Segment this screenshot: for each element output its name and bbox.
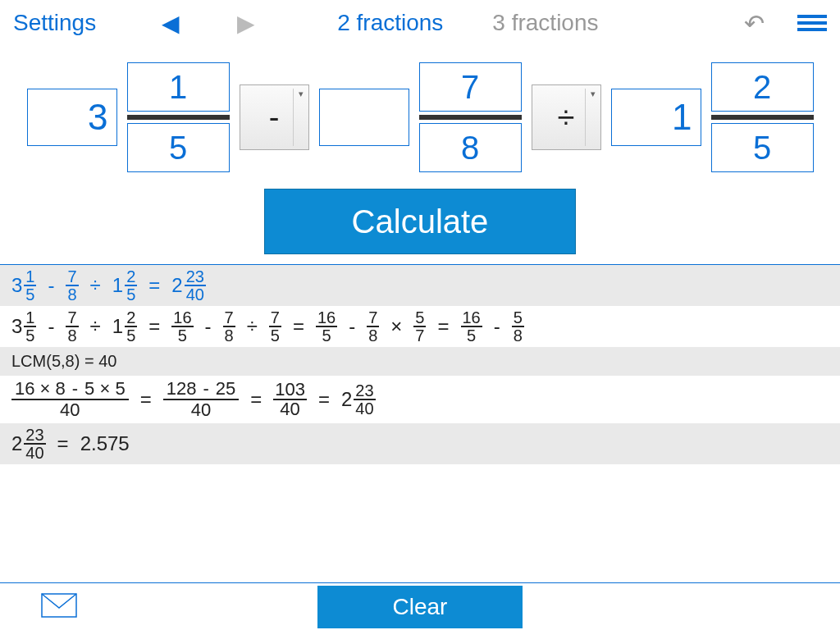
operator-select-2[interactable]: ÷ bbox=[532, 84, 601, 150]
fraction-1: 1 5 bbox=[127, 62, 230, 172]
numerator-input-1[interactable]: 1 bbox=[127, 62, 230, 112]
fraction-input-row: 3 1 5 - 7 8 ÷ 1 2 5 bbox=[0, 62, 840, 172]
footer-bar: Clear bbox=[0, 582, 840, 630]
numerator-input-3[interactable]: 2 bbox=[711, 62, 814, 112]
whole-input-1[interactable]: 3 bbox=[27, 89, 117, 146]
fraction-count-tabs: 2 fractions 3 fractions bbox=[337, 10, 598, 36]
mail-icon[interactable] bbox=[41, 593, 77, 621]
nav-arrows: ◀ ▶ bbox=[162, 10, 255, 37]
result-line-4: 22340 = 2.575 bbox=[0, 423, 840, 464]
header-right: ↶ bbox=[744, 9, 827, 38]
result-line-1: 315 - 78 ÷ 125 = 22340 bbox=[0, 265, 840, 306]
tab-2-fractions[interactable]: 2 fractions bbox=[337, 10, 443, 36]
prev-arrow-icon[interactable]: ◀ bbox=[162, 10, 180, 37]
denominator-input-1[interactable]: 5 bbox=[127, 123, 230, 172]
settings-button[interactable]: Settings bbox=[13, 10, 96, 36]
fraction-bar bbox=[127, 115, 230, 120]
whole-input-2[interactable] bbox=[319, 89, 409, 146]
operator-select-1[interactable]: - bbox=[240, 84, 309, 150]
result-line-3: 16 × 8-5 × 5 40 = 128-25 40 = 10340 = 22… bbox=[0, 376, 840, 423]
clear-button[interactable]: Clear bbox=[317, 586, 523, 628]
calculate-row: Calculate bbox=[0, 189, 840, 254]
fraction-bar bbox=[419, 115, 522, 120]
fraction-2: 7 8 bbox=[419, 62, 522, 172]
numerator-input-2[interactable]: 7 bbox=[419, 62, 522, 112]
lcm-line: LCM(5,8) = 40 bbox=[0, 347, 840, 376]
fraction-bar bbox=[711, 115, 814, 120]
fraction-3: 2 5 bbox=[711, 62, 814, 172]
next-arrow-icon: ▶ bbox=[237, 10, 255, 37]
denominator-input-3[interactable]: 5 bbox=[711, 123, 814, 172]
undo-icon[interactable]: ↶ bbox=[744, 9, 765, 38]
header-bar: Settings ◀ ▶ 2 fractions 3 fractions ↶ bbox=[0, 0, 840, 46]
tab-3-fractions[interactable]: 3 fractions bbox=[492, 10, 598, 36]
result-line-2: 315 - 78 ÷ 125 = 165 - 78 ÷ 75 = 165 - 7… bbox=[0, 306, 840, 347]
menu-icon[interactable] bbox=[797, 15, 827, 31]
results-area: 315 - 78 ÷ 125 = 22340 315 - 78 ÷ 125 = … bbox=[0, 265, 840, 464]
calculate-button[interactable]: Calculate bbox=[264, 189, 576, 254]
denominator-input-2[interactable]: 8 bbox=[419, 123, 522, 172]
whole-input-3[interactable]: 1 bbox=[611, 89, 701, 146]
